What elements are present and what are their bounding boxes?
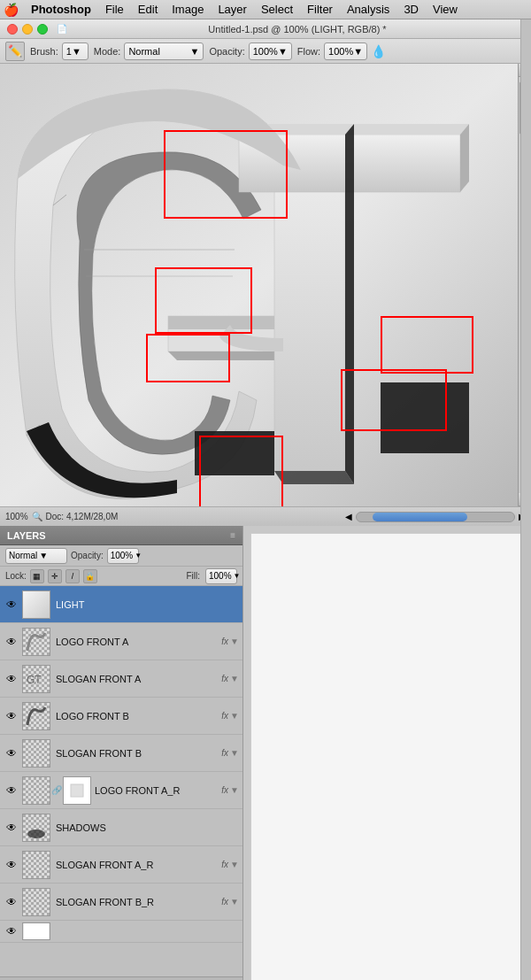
layers-controls-row: Normal▼ Opacity: 100%▼ xyxy=(0,545,242,567)
layer-thumbnail-4 xyxy=(22,739,50,768)
layer-item-7[interactable]: 👁 SLOGAN FRONT A_R fx ▼ xyxy=(0,846,242,884)
zoom-icon[interactable]: 🔍 xyxy=(32,512,42,521)
menu-bar: 🍎 Photoshop File Edit Image Layer Select… xyxy=(0,0,531,19)
canvas-scrollbar-horizontal[interactable] xyxy=(356,512,515,522)
lock-move-icon[interactable]: ✛ xyxy=(48,569,62,583)
mode-dropdown[interactable]: Normal▼ xyxy=(124,42,204,60)
layer-name-8: SLOGAN FRONT B_R xyxy=(56,897,218,907)
layer-item-6[interactable]: 👁 SHADOWS xyxy=(0,809,242,846)
brush-tool-icon[interactable]: ✏️ xyxy=(5,42,25,61)
svg-rect-2 xyxy=(168,316,283,329)
layer-name-0: LIGHT xyxy=(56,599,239,610)
svg-text:GT: GT xyxy=(27,674,42,686)
canvas-content xyxy=(0,64,518,506)
lock-label: Lock: xyxy=(5,571,27,581)
layer-opacity-input[interactable]: 100%▼ xyxy=(107,548,139,564)
lock-paint-icon[interactable]: / xyxy=(65,569,80,583)
layer-item-9[interactable]: 👁 xyxy=(0,921,242,943)
layers-list[interactable]: 👁 LIGHT 👁 LOGO FRONT A fx ▼ 👁 xyxy=(0,586,242,976)
maximize-button[interactable] xyxy=(37,24,48,35)
menu-filter[interactable]: Filter xyxy=(300,2,340,17)
layer-thumbnail-0 xyxy=(22,590,50,619)
layer-fx-1: fx xyxy=(221,637,228,646)
layer-visibility-9[interactable]: 👁 xyxy=(4,923,19,939)
status-left-arrow[interactable]: ◀ xyxy=(345,512,352,521)
brush-size-dropdown[interactable]: 1 ▼ xyxy=(62,42,88,60)
menu-select[interactable]: Select xyxy=(254,2,300,17)
minimize-button[interactable] xyxy=(22,24,33,35)
layer-visibility-7[interactable]: 👁 xyxy=(4,857,19,873)
layers-panel-menu-button[interactable]: ≡ xyxy=(230,530,235,540)
layer-arrow-4[interactable]: ▼ xyxy=(230,748,239,758)
svg-marker-3 xyxy=(168,351,292,360)
lock-transparent-icon[interactable]: ▦ xyxy=(30,569,44,583)
layer-arrow-5[interactable]: ▼ xyxy=(230,785,239,795)
menu-file[interactable]: File xyxy=(98,2,131,17)
flow-dropdown[interactable]: 100% ▼ xyxy=(324,42,367,60)
layer-visibility-2[interactable]: 👁 xyxy=(4,671,19,687)
layer-thumbnail-9 xyxy=(22,922,50,940)
menu-photoshop[interactable]: Photoshop xyxy=(24,2,98,17)
close-button[interactable] xyxy=(7,24,18,35)
layer-name-3: LOGO FRONT B xyxy=(56,711,218,721)
layer-visibility-1[interactable]: 👁 xyxy=(4,634,19,650)
layer-visibility-4[interactable]: 👁 xyxy=(4,745,19,761)
svg-rect-40 xyxy=(23,777,50,804)
h-scroll-thumb[interactable] xyxy=(373,513,467,521)
menu-analysis[interactable]: Analysis xyxy=(340,2,396,17)
canvas-area[interactable]: ▲ ▼ xyxy=(0,64,531,506)
layer-arrow-2[interactable]: ▼ xyxy=(230,674,239,683)
airbrush-icon[interactable]: 💧 xyxy=(371,44,386,58)
panel-resize-handle[interactable] xyxy=(520,0,531,980)
opacity-dropdown[interactable]: 100% ▼ xyxy=(249,42,292,60)
svg-point-48 xyxy=(27,830,45,838)
layer-name-5: LOGO FRONT A_R xyxy=(95,785,218,796)
layer-item-0[interactable]: 👁 LIGHT xyxy=(0,586,242,623)
layer-item-3[interactable]: 👁 LOGO FRONT B fx ▼ xyxy=(0,698,242,735)
layer-item-2[interactable]: 👁 GT SLOGAN FRONT A fx ▼ xyxy=(0,660,242,698)
window-title: Untitled-1.psd @ 100% (LIGHT, RGB/8) * xyxy=(71,24,524,35)
layer-name-1: LOGO FRONT A xyxy=(56,637,218,647)
svg-rect-58 xyxy=(23,889,50,915)
menu-3d[interactable]: 3D xyxy=(396,2,426,17)
layer-thumbnail-7 xyxy=(22,851,50,879)
layers-panel-header: LAYERS ≡ xyxy=(0,526,242,545)
layer-item-8[interactable]: 👁 SLOGAN FRONT B_R fx ▼ xyxy=(0,884,242,921)
layer-visibility-8[interactable]: 👁 xyxy=(4,894,19,910)
svg-rect-42 xyxy=(71,784,83,797)
layer-fx-5: fx xyxy=(221,785,228,795)
layer-fx-2: fx xyxy=(221,674,228,683)
menu-view[interactable]: View xyxy=(426,2,465,17)
svg-rect-19 xyxy=(23,629,50,655)
layer-visibility-5[interactable]: 👁 xyxy=(4,783,19,799)
lock-all-icon[interactable]: 🔒 xyxy=(83,569,97,583)
menu-image[interactable]: Image xyxy=(165,2,211,17)
doc-info: Doc: 4,12M/28,0M xyxy=(46,512,342,521)
layer-name-6: SHADOWS xyxy=(56,822,239,833)
svg-rect-59 xyxy=(23,922,50,940)
layer-fx-4: fx xyxy=(221,748,228,758)
svg-marker-9 xyxy=(345,124,354,484)
layer-arrow-7[interactable]: ▼ xyxy=(230,860,239,869)
layer-item-4[interactable]: 👁 SLOGAN FRONT B fx ▼ xyxy=(0,735,242,772)
layer-thumbnail-3 xyxy=(22,702,50,730)
layer-visibility-0[interactable]: 👁 xyxy=(4,597,19,613)
layers-panel: LAYERS ≡ Normal▼ Opacity: 100%▼ Lock: ▦ … xyxy=(0,526,243,980)
layer-arrow-8[interactable]: ▼ xyxy=(230,897,239,907)
layer-item-5[interactable]: 👁 🔗 LOGO FRONT A_R fx ▼ xyxy=(0,772,242,809)
layer-name-2: SLOGAN FRONT A xyxy=(56,674,218,684)
layer-arrow-1[interactable]: ▼ xyxy=(230,637,239,646)
layer-blend-mode-dropdown[interactable]: Normal▼ xyxy=(5,548,67,564)
panel-area: LAYERS ≡ Normal▼ Opacity: 100%▼ Lock: ▦ … xyxy=(0,526,531,980)
layer-arrow-3[interactable]: ▼ xyxy=(230,711,239,721)
layer-visibility-6[interactable]: 👁 xyxy=(4,820,19,836)
layer-visibility-3[interactable]: 👁 xyxy=(4,708,19,724)
layer-thumbnail-8 xyxy=(22,888,50,916)
menu-layer[interactable]: Layer xyxy=(211,2,254,17)
menu-edit[interactable]: Edit xyxy=(131,2,165,17)
layer-item-1[interactable]: 👁 LOGO FRONT A fx ▼ xyxy=(0,623,242,660)
fill-input[interactable]: 100%▼ xyxy=(205,568,237,584)
mode-label: Mode: xyxy=(94,46,121,57)
apple-menu[interactable]: 🍎 xyxy=(4,3,19,17)
layer-name-4: SLOGAN FRONT B xyxy=(56,748,218,759)
